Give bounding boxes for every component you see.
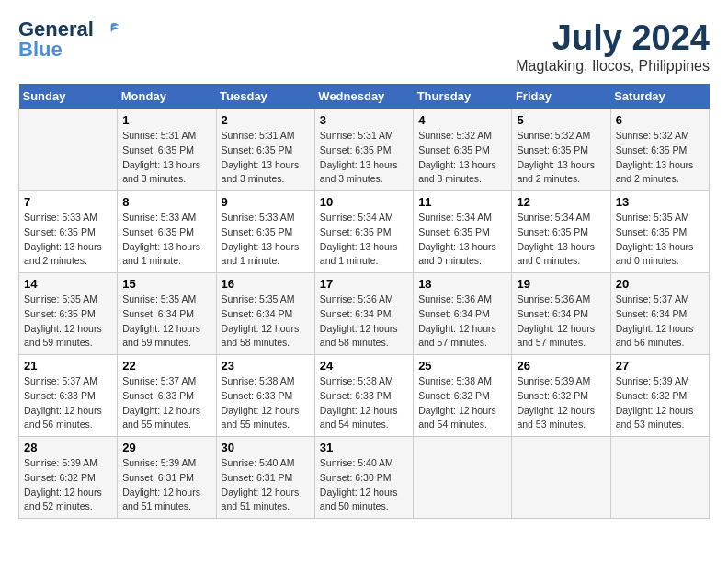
calendar-cell: 18Sunrise: 5:36 AM Sunset: 6:34 PM Dayli… bbox=[414, 273, 512, 355]
calendar-body: 1Sunrise: 5:31 AM Sunset: 6:35 PM Daylig… bbox=[19, 109, 710, 519]
day-info: Sunrise: 5:31 AM Sunset: 6:35 PM Dayligh… bbox=[222, 129, 310, 187]
day-number: 15 bbox=[122, 277, 210, 291]
calendar-cell: 11Sunrise: 5:34 AM Sunset: 6:35 PM Dayli… bbox=[414, 191, 512, 273]
day-number: 21 bbox=[24, 359, 112, 373]
day-number: 4 bbox=[418, 113, 506, 127]
calendar-header-cell: Thursday bbox=[414, 84, 512, 109]
day-info: Sunrise: 5:40 AM Sunset: 6:30 PM Dayligh… bbox=[320, 456, 408, 514]
calendar-cell: 26Sunrise: 5:39 AM Sunset: 6:32 PM Dayli… bbox=[512, 355, 610, 437]
calendar-header-cell: Friday bbox=[512, 84, 610, 109]
day-number: 3 bbox=[320, 113, 408, 127]
day-number: 14 bbox=[24, 277, 112, 291]
calendar-header-row: SundayMondayTuesdayWednesdayThursdayFrid… bbox=[19, 84, 710, 109]
calendar-cell: 15Sunrise: 5:35 AM Sunset: 6:34 PM Dayli… bbox=[118, 273, 216, 355]
title-block: July 2024 Magtaking, Ilocos, Philippines bbox=[516, 18, 710, 75]
calendar-cell: 13Sunrise: 5:35 AM Sunset: 6:35 PM Dayli… bbox=[610, 191, 709, 273]
calendar-cell: 3Sunrise: 5:31 AM Sunset: 6:35 PM Daylig… bbox=[314, 109, 413, 191]
day-number: 7 bbox=[24, 195, 112, 209]
calendar-cell: 31Sunrise: 5:40 AM Sunset: 6:30 PM Dayli… bbox=[314, 437, 413, 519]
day-info: Sunrise: 5:36 AM Sunset: 6:34 PM Dayligh… bbox=[517, 293, 605, 350]
day-info: Sunrise: 5:32 AM Sunset: 6:35 PM Dayligh… bbox=[517, 129, 605, 187]
page-subtitle: Magtaking, Ilocos, Philippines bbox=[516, 58, 710, 75]
day-number: 13 bbox=[616, 195, 704, 209]
day-number: 28 bbox=[24, 441, 112, 454]
calendar-cell bbox=[414, 437, 512, 519]
day-info: Sunrise: 5:34 AM Sunset: 6:35 PM Dayligh… bbox=[320, 211, 408, 269]
day-number: 30 bbox=[222, 441, 310, 454]
calendar-header-cell: Sunday bbox=[19, 84, 118, 109]
calendar-cell: 8Sunrise: 5:33 AM Sunset: 6:35 PM Daylig… bbox=[118, 191, 216, 273]
day-info: Sunrise: 5:35 AM Sunset: 6:34 PM Dayligh… bbox=[222, 293, 310, 350]
calendar-header-cell: Tuesday bbox=[216, 84, 314, 109]
logo-bird-icon bbox=[101, 20, 121, 40]
day-number: 18 bbox=[418, 277, 506, 291]
calendar-cell: 2Sunrise: 5:31 AM Sunset: 6:35 PM Daylig… bbox=[216, 109, 314, 191]
day-info: Sunrise: 5:40 AM Sunset: 6:31 PM Dayligh… bbox=[222, 456, 310, 514]
day-info: Sunrise: 5:35 AM Sunset: 6:35 PM Dayligh… bbox=[616, 211, 704, 269]
day-number: 12 bbox=[517, 195, 605, 209]
calendar-cell: 7Sunrise: 5:33 AM Sunset: 6:35 PM Daylig… bbox=[19, 191, 118, 273]
day-info: Sunrise: 5:39 AM Sunset: 6:32 PM Dayligh… bbox=[24, 456, 112, 514]
day-info: Sunrise: 5:31 AM Sunset: 6:35 PM Dayligh… bbox=[320, 129, 408, 187]
calendar-week-row: 28Sunrise: 5:39 AM Sunset: 6:32 PM Dayli… bbox=[19, 437, 710, 519]
day-info: Sunrise: 5:32 AM Sunset: 6:35 PM Dayligh… bbox=[616, 129, 704, 187]
day-number: 31 bbox=[320, 441, 408, 454]
calendar-week-row: 14Sunrise: 5:35 AM Sunset: 6:35 PM Dayli… bbox=[19, 273, 710, 355]
day-info: Sunrise: 5:37 AM Sunset: 6:33 PM Dayligh… bbox=[24, 374, 112, 432]
day-info: Sunrise: 5:39 AM Sunset: 6:32 PM Dayligh… bbox=[517, 374, 605, 432]
day-info: Sunrise: 5:36 AM Sunset: 6:34 PM Dayligh… bbox=[320, 293, 408, 350]
day-number: 25 bbox=[418, 359, 506, 373]
day-info: Sunrise: 5:39 AM Sunset: 6:32 PM Dayligh… bbox=[616, 374, 704, 432]
day-number: 20 bbox=[616, 277, 704, 291]
calendar-week-row: 1Sunrise: 5:31 AM Sunset: 6:35 PM Daylig… bbox=[19, 109, 710, 191]
page-title: July 2024 bbox=[516, 18, 710, 58]
day-number: 22 bbox=[122, 359, 210, 373]
day-info: Sunrise: 5:34 AM Sunset: 6:35 PM Dayligh… bbox=[517, 211, 605, 269]
day-info: Sunrise: 5:32 AM Sunset: 6:35 PM Dayligh… bbox=[418, 129, 506, 187]
day-info: Sunrise: 5:34 AM Sunset: 6:35 PM Dayligh… bbox=[418, 211, 506, 269]
day-number: 2 bbox=[222, 113, 310, 127]
day-number: 9 bbox=[222, 195, 310, 209]
day-number: 19 bbox=[517, 277, 605, 291]
day-number: 27 bbox=[616, 359, 704, 373]
calendar-cell bbox=[512, 437, 610, 519]
day-number: 10 bbox=[320, 195, 408, 209]
calendar-cell: 30Sunrise: 5:40 AM Sunset: 6:31 PM Dayli… bbox=[216, 437, 314, 519]
day-info: Sunrise: 5:38 AM Sunset: 6:33 PM Dayligh… bbox=[222, 374, 310, 432]
calendar-header-cell: Monday bbox=[118, 84, 216, 109]
day-number: 8 bbox=[122, 195, 210, 209]
day-number: 17 bbox=[320, 277, 408, 291]
day-info: Sunrise: 5:35 AM Sunset: 6:35 PM Dayligh… bbox=[24, 293, 112, 350]
day-info: Sunrise: 5:33 AM Sunset: 6:35 PM Dayligh… bbox=[24, 211, 112, 269]
calendar-cell: 29Sunrise: 5:39 AM Sunset: 6:31 PM Dayli… bbox=[118, 437, 216, 519]
calendar-cell: 24Sunrise: 5:38 AM Sunset: 6:33 PM Dayli… bbox=[314, 355, 413, 437]
calendar-cell: 21Sunrise: 5:37 AM Sunset: 6:33 PM Dayli… bbox=[19, 355, 118, 437]
calendar-cell: 28Sunrise: 5:39 AM Sunset: 6:32 PM Dayli… bbox=[19, 437, 118, 519]
calendar-cell: 23Sunrise: 5:38 AM Sunset: 6:33 PM Dayli… bbox=[216, 355, 314, 437]
day-info: Sunrise: 5:37 AM Sunset: 6:33 PM Dayligh… bbox=[122, 374, 210, 432]
calendar-week-row: 7Sunrise: 5:33 AM Sunset: 6:35 PM Daylig… bbox=[19, 191, 710, 273]
day-number: 6 bbox=[616, 113, 704, 127]
day-info: Sunrise: 5:33 AM Sunset: 6:35 PM Dayligh… bbox=[222, 211, 310, 269]
day-info: Sunrise: 5:35 AM Sunset: 6:34 PM Dayligh… bbox=[122, 293, 210, 350]
calendar-week-row: 21Sunrise: 5:37 AM Sunset: 6:33 PM Dayli… bbox=[19, 355, 710, 437]
day-number: 11 bbox=[418, 195, 506, 209]
calendar-header-cell: Wednesday bbox=[314, 84, 413, 109]
day-info: Sunrise: 5:36 AM Sunset: 6:34 PM Dayligh… bbox=[418, 293, 506, 350]
day-info: Sunrise: 5:38 AM Sunset: 6:32 PM Dayligh… bbox=[418, 374, 506, 432]
calendar-cell: 6Sunrise: 5:32 AM Sunset: 6:35 PM Daylig… bbox=[610, 109, 709, 191]
day-info: Sunrise: 5:38 AM Sunset: 6:33 PM Dayligh… bbox=[320, 374, 408, 432]
calendar-cell: 12Sunrise: 5:34 AM Sunset: 6:35 PM Dayli… bbox=[512, 191, 610, 273]
calendar-cell: 9Sunrise: 5:33 AM Sunset: 6:35 PM Daylig… bbox=[216, 191, 314, 273]
calendar-cell bbox=[610, 437, 709, 519]
page-header: General Blue July 2024 Magtaking, Ilocos… bbox=[18, 18, 710, 75]
day-info: Sunrise: 5:39 AM Sunset: 6:31 PM Dayligh… bbox=[122, 456, 210, 514]
calendar-table: SundayMondayTuesdayWednesdayThursdayFrid… bbox=[18, 84, 710, 519]
calendar-cell: 25Sunrise: 5:38 AM Sunset: 6:32 PM Dayli… bbox=[414, 355, 512, 437]
calendar-cell bbox=[19, 109, 118, 191]
calendar-cell: 10Sunrise: 5:34 AM Sunset: 6:35 PM Dayli… bbox=[314, 191, 413, 273]
day-number: 1 bbox=[122, 113, 210, 127]
calendar-cell: 4Sunrise: 5:32 AM Sunset: 6:35 PM Daylig… bbox=[414, 109, 512, 191]
calendar-cell: 27Sunrise: 5:39 AM Sunset: 6:32 PM Dayli… bbox=[610, 355, 709, 437]
logo-blue: Blue bbox=[18, 39, 63, 61]
